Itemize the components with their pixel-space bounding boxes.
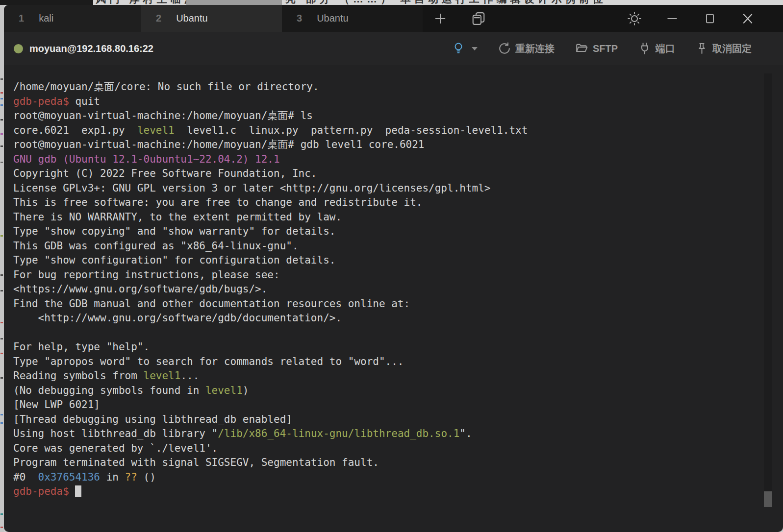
terminal-line: gdb-peda$ — [13, 484, 783, 499]
tab-number: 3 — [297, 13, 302, 24]
terminal-text-segment: Program terminated with signal SIGSEGV, … — [13, 457, 379, 468]
terminal-text-segment: gdb-peda$ — [13, 485, 75, 497]
hints-dropdown-button[interactable] — [453, 42, 478, 55]
background-color-mark — [0, 338, 3, 339]
terminal-text-segment: Reading symbols from — [13, 370, 144, 382]
background-top-gray-patch — [186, 0, 282, 5]
terminal-text-segment: There is NO WARRANTY, to the extent perm… — [13, 211, 342, 223]
sftp-button[interactable]: SFTP — [575, 42, 618, 55]
terminal-text-segment: For bug reporting instructions, please s… — [13, 269, 280, 281]
terminal-line: (No debugging symbols found in level1) — [13, 384, 783, 398]
terminal-line: Type "apropos word" to search for comman… — [13, 355, 783, 369]
terminal-line: This is free software: you are free to c… — [13, 195, 783, 210]
terminal-line: [New LWP 6021] — [13, 398, 783, 412]
terminal-text-segment: ?? — [125, 471, 137, 483]
terminal-text-segment: License GPLv3+: GNU GPL version 3 or lat… — [13, 182, 491, 194]
background-color-mark — [0, 422, 3, 424]
tab-ubantu-3[interactable]: 3 Ubantu — [282, 5, 423, 32]
connection-actions: 重新连接 SFTP 端口 — [453, 42, 752, 55]
plug-icon — [638, 42, 651, 55]
unpin-button[interactable]: 取消固定 — [696, 42, 752, 55]
tab-overview-button[interactable] — [468, 5, 489, 32]
terminal-text-segment: This GDB was configured as "x86_64-linux… — [13, 240, 299, 252]
background-color-mark — [0, 119, 3, 121]
gear-icon — [628, 12, 641, 25]
terminal-text-segment: Core was generated by `./level1'. — [13, 442, 218, 454]
background-color-mark — [0, 98, 3, 99]
terminal-line: For help, type "help". — [13, 340, 783, 355]
tabs-overview-icon — [471, 11, 486, 26]
folder-icon — [575, 42, 588, 55]
terminal-line: #0 0x37654136 in ?? () — [13, 470, 783, 485]
settings-button[interactable] — [624, 5, 645, 32]
terminal-line: There is NO WARRANTY, to the extent perm… — [13, 210, 783, 225]
plus-icon — [433, 12, 447, 25]
tab-number: 2 — [156, 13, 161, 24]
terminal-line: Find the GDB manual and other documentat… — [13, 297, 783, 312]
terminal-line: Core was generated by `./level1'. — [13, 441, 783, 456]
terminal-text-segment: root@moyuan-virtual-machine:/home/moyuan… — [13, 139, 425, 150]
background-clipped-text: 风门 厚村主临沙 级强 文件 阿亮 部分 （……） 单自动运行工作编辑设计示例前… — [96, 0, 606, 5]
background-color-mark — [0, 377, 3, 379]
terminal-text-segment: level1 — [137, 124, 175, 136]
terminal-text-segment: 0x37654136 — [38, 471, 100, 483]
scrollbar-track[interactable] — [764, 73, 772, 507]
chevron-down-icon — [472, 47, 478, 50]
terminal-text-segment: For help, type "help". — [13, 341, 150, 353]
port-button[interactable]: 端口 — [638, 42, 675, 55]
port-label: 端口 — [656, 42, 675, 55]
terminal-line: Copyright (C) 2022 Free Software Foundat… — [13, 167, 783, 181]
terminal-line: Reading symbols from level1... — [13, 369, 783, 384]
background-color-mark — [0, 274, 3, 276]
terminal-window: 1 kali 2 Ubantu 3 Ubantu — [4, 5, 783, 532]
new-tab-button[interactable] — [429, 5, 451, 32]
background-color-mark — [0, 414, 3, 415]
terminal-text-segment: ) — [243, 385, 249, 396]
tab-ubantu-2[interactable]: 2 Ubantu — [141, 5, 282, 32]
minimize-button[interactable] — [661, 5, 683, 32]
terminal-text-segment: Type "show copying" and "show warranty" … — [13, 225, 335, 237]
lightbulb-icon — [453, 42, 464, 55]
terminal-line: For bug reporting instructions, please s… — [13, 268, 783, 283]
terminal-text-segment: #0 — [13, 471, 38, 483]
session-address: moyuan@192.168.80.16:22 — [29, 43, 153, 54]
terminal-output[interactable]: /home/moyuan/桌面/core: No such file or di… — [4, 65, 783, 499]
terminal-text-segment: GNU gdb (Ubuntu 12.1-0ubuntu1~22.04.2) 1… — [13, 153, 280, 165]
refresh-icon — [498, 42, 511, 55]
terminal-text-segment: [Thread debugging using libthread_db ena… — [13, 413, 292, 425]
terminal-line: root@moyuan-virtual-machine:/home/moyuan… — [13, 138, 783, 152]
window-controls — [624, 5, 783, 32]
close-button[interactable] — [737, 5, 758, 32]
background-color-mark — [0, 104, 3, 106]
background-color-mark — [0, 145, 3, 147]
background-left-strip — [0, 5, 4, 532]
terminal-text-segment: gdb-peda$ — [13, 96, 75, 107]
terminal-text-segment: [New LWP 6021] — [13, 399, 100, 411]
maximize-button[interactable] — [699, 5, 721, 32]
terminal-text-segment: level1 — [205, 385, 243, 396]
terminal-text-segment: ... — [180, 370, 199, 382]
terminal-text-segment: quit — [75, 96, 100, 107]
terminal-text-segment: <http://www.gnu.org/software/gdb/documen… — [13, 312, 342, 324]
background-color-mark — [0, 353, 3, 354]
terminal-text-segment: root@moyuan-virtual-machine:/home/moyuan… — [13, 110, 313, 121]
maximize-icon — [703, 12, 717, 25]
sftp-label: SFTP — [593, 43, 618, 54]
terminal-text-segment: Find the GDB manual and other documentat… — [13, 298, 410, 310]
background-color-mark — [0, 290, 3, 291]
tab-number: 1 — [19, 13, 24, 24]
terminal-text-segment: level1.c linux.py pattern.py peda-sessio… — [175, 124, 528, 136]
terminal-line: [Thread debugging using libthread_db ena… — [13, 412, 783, 427]
terminal-line: root@moyuan-virtual-machine:/home/moyuan… — [13, 109, 783, 123]
tab-kali[interactable]: 1 kali — [4, 5, 141, 32]
minimize-icon — [665, 12, 679, 25]
terminal-text-segment: This is free software: you are free to c… — [13, 196, 422, 208]
terminal-line: <http://www.gnu.org/software/gdb/documen… — [13, 311, 783, 326]
terminal-text-segment: level1 — [144, 370, 181, 382]
unpin-label: 取消固定 — [712, 42, 752, 55]
reconnect-button[interactable]: 重新连接 — [498, 42, 555, 55]
pin-icon — [696, 42, 708, 55]
terminal-text-segment: Type "show configuration" for configurat… — [13, 254, 335, 266]
tab-label: kali — [39, 13, 53, 24]
scrollbar-thumb[interactable] — [764, 491, 772, 507]
